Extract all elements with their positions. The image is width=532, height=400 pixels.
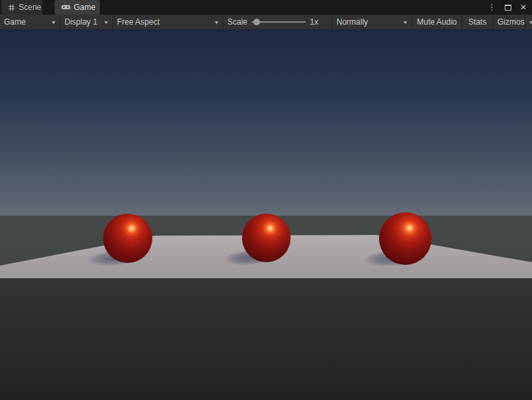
play-focus-label: Normally [336, 17, 368, 27]
mute-audio-label: Mute Audio [417, 17, 457, 27]
red-sphere-right [379, 212, 432, 265]
game-viewport[interactable] [0, 30, 532, 400]
red-sphere-left [103, 214, 152, 263]
scale-label: Scale [227, 17, 247, 27]
scale-slider-knob[interactable] [253, 19, 260, 25]
chevron-down-icon: ▼ [402, 20, 408, 25]
scale-control: Scale 1x [223, 15, 332, 29]
kebab-menu-icon[interactable]: ⋮ [487, 0, 496, 15]
maximize-icon[interactable] [505, 5, 511, 11]
gamepad-icon [61, 4, 70, 11]
dark-foreground [0, 278, 532, 400]
scale-slider[interactable] [251, 18, 306, 26]
sky [0, 30, 532, 216]
chevron-down-icon: ▼ [213, 20, 219, 25]
gizmos-label: Gizmos [497, 17, 525, 27]
tab-scene-label: Scene [19, 3, 41, 12]
chevron-down-icon: ▼ [103, 20, 109, 25]
chevron-down-icon: ▼ [51, 20, 57, 25]
stats-button[interactable]: Stats [462, 15, 493, 29]
window-controls: ⋮ ✕ [487, 0, 527, 15]
stats-label: Stats [468, 17, 486, 27]
mute-audio-button[interactable]: Mute Audio [412, 15, 462, 29]
game-view-mode-label: Game [4, 17, 26, 27]
grid-icon [8, 4, 15, 11]
tab-bar: Scene Game ⋮ ✕ [0, 0, 532, 15]
gizmos-dropdown-toggle[interactable]: ▼ [525, 15, 532, 29]
display-dropdown-label: Display 1 [65, 17, 97, 27]
chevron-down-icon: ▼ [528, 20, 532, 25]
game-view-mode-dropdown[interactable]: Game ▼ [0, 15, 61, 29]
tab-game[interactable]: Game [55, 0, 100, 15]
play-focus-dropdown[interactable]: Normally ▼ [332, 15, 412, 29]
game-view-toolbar: Game ▼ Display 1 ▼ Free Aspect ▼ Scale 1… [0, 15, 532, 30]
tab-game-label: Game [74, 3, 96, 12]
close-icon[interactable]: ✕ [520, 0, 527, 15]
red-sphere-center [242, 214, 291, 262]
gizmos-button[interactable]: Gizmos ▼ [493, 15, 532, 29]
display-dropdown[interactable]: Display 1 ▼ [61, 15, 113, 29]
aspect-ratio-dropdown[interactable]: Free Aspect ▼ [113, 15, 223, 29]
tab-scene[interactable]: Scene [1, 0, 43, 15]
aspect-ratio-label: Free Aspect [117, 17, 160, 27]
scale-value: 1x [310, 17, 319, 27]
